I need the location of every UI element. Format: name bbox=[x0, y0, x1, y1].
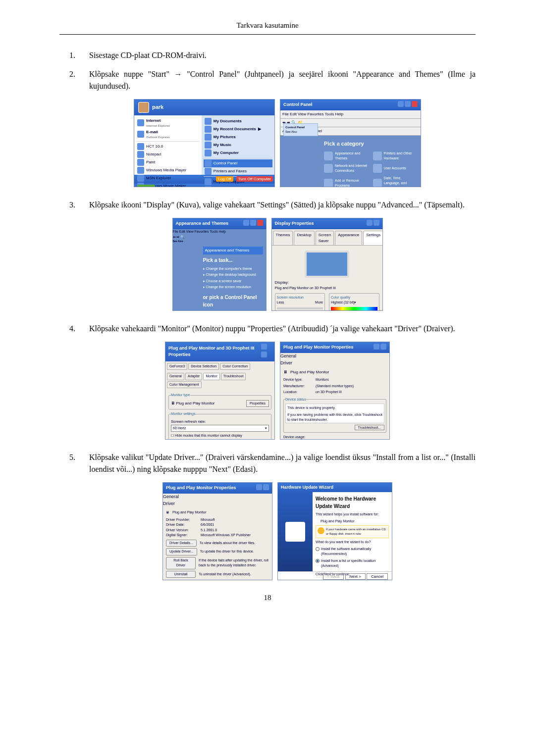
steps-list: 1.Sisestage CD-plaat CD-ROM-draivi. 2.Kl… bbox=[59, 50, 476, 92]
update-driver-button[interactable]: Update Driver... bbox=[166, 548, 197, 555]
start-item-msn[interactable]: MSN Explorer bbox=[136, 174, 200, 182]
cat-addremove[interactable]: Add or Remove Programs bbox=[324, 176, 368, 187]
task-saver[interactable]: ▸ Choose a screen saver bbox=[203, 278, 263, 285]
cat-appearance[interactable]: Appearance and Themes bbox=[324, 151, 368, 161]
step4-images: Plug and Play Monitor and 3D Prophet III… bbox=[59, 342, 476, 440]
control-panel-item[interactable]: Control Panel bbox=[204, 159, 272, 167]
troubleshoot-button2[interactable]: Troubleshoot... bbox=[355, 425, 384, 430]
tab-driver2[interactable]: Driver bbox=[163, 501, 272, 507]
tab-adapter[interactable]: Adapter bbox=[185, 373, 203, 380]
tab-settings[interactable]: Settings bbox=[363, 231, 382, 245]
tab-themes[interactable]: Themes bbox=[273, 231, 293, 245]
device-name2: Plug and Play Monitor bbox=[172, 510, 206, 515]
tab-general3[interactable]: General bbox=[163, 494, 272, 501]
cat-datetime[interactable]: Date, Time, Language, and Regional Optio… bbox=[373, 176, 417, 187]
logoff-button[interactable]: Log Off bbox=[216, 176, 233, 182]
start-item-paint[interactable]: Paint bbox=[136, 158, 200, 166]
cat-network[interactable]: Network and Internet Connections bbox=[324, 163, 368, 174]
tab-general2[interactable]: General bbox=[280, 353, 389, 360]
dprops-tabs: Themes Desktop Screen Saver Appearance S… bbox=[272, 229, 382, 246]
display-icon-link[interactable]: 🖥 Display bbox=[203, 310, 219, 311]
driver-properties-screenshot: Plug and Play Monitor Properties General… bbox=[280, 342, 390, 440]
tab-appearance[interactable]: Appearance bbox=[335, 231, 362, 245]
next-button[interactable]: Next > bbox=[345, 573, 366, 580]
cd-info: If your hardware came with an installati… bbox=[316, 525, 389, 538]
turnoff-button[interactable]: Turn Off Computer bbox=[236, 176, 273, 182]
folder-icon bbox=[205, 142, 212, 149]
properties-button[interactable]: Properties bbox=[246, 400, 269, 407]
my-recent[interactable]: My Recent Documents ▶ bbox=[204, 125, 272, 133]
start-button[interactable]: start bbox=[137, 185, 155, 187]
step3-images: Appearance and Themes File Edit View Fav… bbox=[59, 218, 476, 311]
color-select[interactable]: Highest (32 bit)▾ bbox=[331, 300, 377, 305]
steps-list-4: 4.Klõpsake vahekaardi "Monitor" (Monitor… bbox=[59, 323, 476, 335]
msn-icon bbox=[137, 175, 144, 182]
my-documents[interactable]: My Documents bbox=[204, 117, 272, 125]
appth-toolbar[interactable]: File Edit View Favorites Tools Help bbox=[173, 229, 266, 235]
device-status-group: Device status This device is working pro… bbox=[283, 397, 386, 433]
printers-item[interactable]: Printers and Faxes bbox=[204, 167, 272, 175]
folder-options-link[interactable]: 📁 Folder Options bbox=[222, 310, 251, 311]
tab-device-sel[interactable]: Device Selection bbox=[188, 363, 219, 370]
tab-desktop[interactable]: Desktop bbox=[294, 231, 314, 245]
task-bg[interactable]: ▸ Change the desktop background bbox=[203, 272, 263, 278]
start-item-notepad[interactable]: Notepad bbox=[136, 151, 200, 158]
tab-troubleshoot[interactable]: Troubleshoot bbox=[221, 373, 246, 380]
opt-auto[interactable]: Install the software automatically (Reco… bbox=[316, 547, 389, 557]
display-properties-screenshot: Display Properties Themes Desktop Screen… bbox=[271, 218, 383, 311]
window-controls[interactable] bbox=[397, 101, 418, 109]
tab-colormgmt[interactable]: Color Management bbox=[167, 381, 202, 389]
task-res[interactable]: ▸ Change the screen resolution bbox=[203, 284, 263, 291]
wizard-welcome: Welcome to the Hardware Update Wizard bbox=[316, 495, 389, 510]
opt-list[interactable]: Install from a list or specific location… bbox=[316, 558, 389, 569]
drvprops-tabs: General Driver bbox=[280, 353, 389, 366]
tab-color-corr[interactable]: Color Correction bbox=[220, 363, 250, 370]
my-music[interactable]: My Music bbox=[204, 141, 272, 149]
resolution-slider[interactable] bbox=[277, 307, 323, 309]
start-item-email[interactable]: E-mailOutlook Express bbox=[136, 129, 200, 140]
cd-icon bbox=[318, 527, 324, 534]
uninstall-button[interactable]: Uninstall bbox=[166, 571, 196, 578]
wizard-sidebar bbox=[278, 492, 313, 571]
refresh-select[interactable]: 60 Hertz▾ bbox=[171, 425, 269, 432]
users-icon bbox=[373, 164, 382, 173]
tab-driver[interactable]: Driver bbox=[280, 360, 389, 367]
control-panel-screenshot: Control Panel File Edit View Favorites T… bbox=[280, 99, 421, 187]
hide-modes-check[interactable]: ☐ Hide modes that this monitor cannot di… bbox=[171, 433, 269, 439]
display-value: Plug and Play Monitor on 3D Prophet III bbox=[275, 286, 379, 291]
task-theme[interactable]: ▸ Change the computer's theme bbox=[203, 266, 263, 272]
tab-geforce[interactable]: GeForce3 bbox=[167, 363, 187, 370]
driver-tab-screenshot: Plug and Play Monitor Properties General… bbox=[162, 482, 272, 580]
folder-icon bbox=[205, 134, 212, 141]
page-number: 18 bbox=[59, 592, 476, 604]
wmp-icon bbox=[137, 167, 144, 174]
start-item-wmp[interactable]: Windows Media Player bbox=[136, 166, 200, 174]
network-icon bbox=[324, 164, 333, 173]
dp5-titlebar: Plug and Play Monitor Properties bbox=[163, 483, 272, 494]
my-pictures[interactable]: My Pictures bbox=[204, 133, 272, 141]
driver-details-button[interactable]: Driver Details... bbox=[166, 540, 197, 547]
appearance-icon bbox=[324, 151, 333, 160]
rollback-button[interactable]: Roll Back Driver bbox=[166, 557, 196, 569]
tab-general[interactable]: General bbox=[167, 373, 184, 380]
wizard-content: Welcome to the Hardware Update Wizard Th… bbox=[313, 492, 392, 571]
color-bar bbox=[331, 307, 377, 311]
menubar[interactable]: File Edit View Favorites Tools Help bbox=[280, 110, 421, 119]
start-item-internet[interactable]: InternetInternet Explorer bbox=[136, 117, 200, 129]
back-button[interactable]: < Back bbox=[323, 573, 344, 580]
cat-printers[interactable]: Printers and Other Hardware bbox=[373, 151, 417, 161]
appth-nav[interactable]: ⬅ ➡ 🔍 bbox=[173, 235, 266, 240]
drvprops-titlebar: Plug and Play Monitor Properties bbox=[280, 342, 389, 353]
pick-task: Pick a task... bbox=[203, 256, 263, 264]
addremove-icon bbox=[324, 179, 333, 187]
printer-icon bbox=[205, 168, 212, 175]
cat-users[interactable]: User Accounts bbox=[373, 163, 417, 174]
tab-saver[interactable]: Screen Saver bbox=[316, 231, 334, 245]
device-name: Plug and Play Monitor bbox=[290, 369, 329, 375]
my-computer[interactable]: My Computer bbox=[204, 149, 272, 157]
cancel-button[interactable]: Cancel bbox=[367, 573, 388, 580]
start-item-hct[interactable]: HCT 10.0 bbox=[136, 143, 200, 151]
status-box: This device is working properly. If you … bbox=[285, 403, 384, 423]
wizard-titlebar: Hardware Update Wizard bbox=[278, 483, 392, 493]
tab-monitor[interactable]: Monitor bbox=[203, 373, 219, 380]
